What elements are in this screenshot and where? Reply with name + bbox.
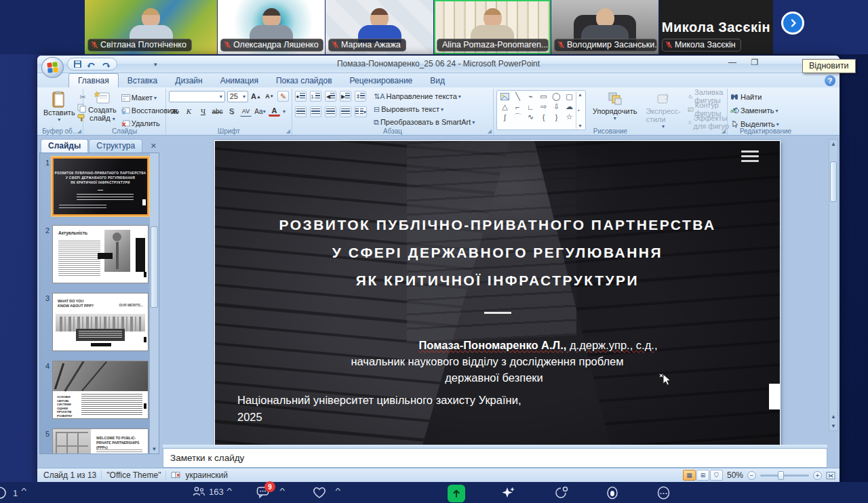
- shapes-gallery[interactable]: ╲⌁▭◯▢ △⌐∟⇨⇩☁ ʃ⌒∿{}☆ ▲ ▪ ▼: [496, 90, 586, 130]
- zoom-in-button[interactable]: +: [813, 471, 822, 480]
- text-direction-button[interactable]: ⇅A Направление текста▾: [374, 90, 475, 102]
- character-spacing-button[interactable]: AV: [240, 106, 252, 117]
- participant-video-4-active-speaker[interactable]: Alina Pomaza-Ponomaren...: [434, 0, 551, 54]
- normal-view-button[interactable]: ▦: [683, 470, 696, 481]
- arrange-button[interactable]: Упорядочить ▾: [591, 90, 639, 130]
- audio-button[interactable]: 1: [0, 486, 18, 500]
- slide-thumbnail-1[interactable]: 1 РОЗВИТОК ПУБЛІЧНО-ПРИВАТНОГО ПАРТНЕРСТ…: [43, 157, 149, 216]
- reactions-menu-caret[interactable]: ^: [336, 487, 341, 495]
- language-indicator[interactable]: украинский: [185, 470, 228, 480]
- replace-button[interactable]: ab Заменить▾: [730, 104, 801, 117]
- tab-review[interactable]: Рецензирование: [341, 74, 422, 87]
- font-color-button[interactable]: А: [269, 106, 280, 117]
- shapes-scroll-up[interactable]: ▲: [578, 92, 583, 97]
- tab-insert[interactable]: Вставка: [119, 74, 167, 87]
- audio-menu-caret[interactable]: ^: [22, 487, 27, 495]
- font-name-select[interactable]: ▾: [169, 91, 225, 102]
- numbering-button[interactable]: 1.: [310, 91, 321, 102]
- zoom-out-button[interactable]: −: [747, 471, 756, 480]
- tab-outline[interactable]: Структура: [89, 139, 142, 153]
- align-center-button[interactable]: [310, 106, 321, 117]
- chat-button[interactable]: 9: [256, 486, 270, 498]
- previous-slide-icon[interactable]: ▲: [829, 412, 837, 421]
- chat-menu-caret[interactable]: ^: [280, 487, 285, 495]
- strikethrough-button[interactable]: abc: [212, 106, 223, 117]
- dialog-launcher-icon[interactable]: ◢: [488, 128, 492, 134]
- paste-button[interactable]: Вставить ▾: [41, 90, 77, 123]
- convert-smartart-button[interactable]: ⧉ Преобразовать в SmartArt▾: [374, 116, 475, 128]
- help-icon[interactable]: ?: [825, 75, 835, 86]
- increase-indent-button[interactable]: ▶: [340, 91, 351, 102]
- scroll-up-icon[interactable]: ▲: [829, 140, 837, 148]
- bullets-button[interactable]: ●: [295, 91, 307, 102]
- slideshow-button[interactable]: ⛉: [710, 470, 723, 481]
- close-pane-icon[interactable]: ✕: [151, 142, 157, 150]
- align-left-button[interactable]: [295, 106, 307, 117]
- clear-formatting-button[interactable]: ✎: [277, 91, 289, 102]
- find-button[interactable]: Найти: [730, 91, 801, 103]
- fit-to-window-icon[interactable]: [826, 471, 835, 480]
- dialog-launcher-icon[interactable]: ◢: [722, 128, 726, 134]
- pane-scrollbar[interactable]: ▼: [150, 153, 159, 454]
- tab-home[interactable]: Главная: [68, 73, 119, 87]
- customize-qat-icon[interactable]: ▾: [154, 61, 157, 68]
- dialog-launcher-icon[interactable]: ◢: [286, 128, 290, 134]
- reactions-button[interactable]: [312, 486, 327, 499]
- grow-font-button[interactable]: А▲: [250, 91, 262, 102]
- zoom-slider-knob[interactable]: [778, 471, 784, 480]
- tab-slideshow[interactable]: Показ слайдов: [267, 74, 341, 87]
- participant-video-1[interactable]: Світлана Плотніченко: [85, 0, 217, 54]
- office-button[interactable]: [41, 57, 64, 78]
- change-case-button[interactable]: Аа▾: [254, 106, 266, 117]
- spell-check-icon[interactable]: [171, 471, 181, 480]
- shadow-button[interactable]: S: [226, 106, 237, 117]
- share-screen-button[interactable]: [448, 485, 465, 502]
- slide-sorter-button[interactable]: ⊞: [696, 470, 709, 481]
- next-page-arrow-button[interactable]: [781, 12, 804, 35]
- slide-thumbnail-4[interactable]: 4 ОСНОВНІ СВІТОВІ СИСТЕМИ ОЦІНКИ ПРОЄКТІ…: [43, 361, 149, 419]
- participants-menu-caret[interactable]: ^: [227, 487, 233, 495]
- shrink-font-button[interactable]: А▼: [264, 91, 275, 102]
- tab-slides-thumbnails[interactable]: Слайды: [41, 139, 88, 153]
- notes-panel[interactable]: Заметки к слайду: [163, 448, 827, 468]
- main-scrollbar-thumb[interactable]: [830, 161, 837, 202]
- restore-button[interactable]: ❐: [746, 58, 764, 68]
- title-bar[interactable]: ▾ Помаза-Пономаренко_25 06 24 - Microsof…: [37, 56, 840, 73]
- save-icon[interactable]: [73, 60, 82, 68]
- redo-icon[interactable]: [101, 60, 111, 68]
- captions-button[interactable]: [606, 486, 619, 500]
- font-size-select[interactable]: 25▾: [227, 91, 248, 102]
- align-text-button[interactable]: ⊟ Выровнять текст▾: [374, 103, 475, 115]
- participants-button[interactable]: 163: [192, 486, 224, 497]
- participant-video-2[interactable]: Олександра Ляшенко: [218, 0, 325, 54]
- justify-button[interactable]: [340, 106, 351, 117]
- line-spacing-button[interactable]: ⇕: [355, 91, 366, 102]
- align-right-button[interactable]: [325, 106, 336, 117]
- slide-thumbnail-2[interactable]: 2 Актуальність: [43, 225, 149, 283]
- tab-animation[interactable]: Анимация: [212, 74, 267, 87]
- participant-video-6[interactable]: Микола Засєкін Микола Засєкін: [659, 0, 773, 54]
- underline-button[interactable]: Ч: [197, 106, 209, 117]
- quick-styles-button[interactable]: Экспресс-стили ▾: [644, 90, 682, 130]
- dialog-launcher-icon[interactable]: ◢: [77, 128, 81, 134]
- columns-button[interactable]: ▾: [355, 106, 367, 117]
- more-button[interactable]: [656, 486, 671, 500]
- pane-scroll-down-icon[interactable]: ▼: [150, 445, 159, 454]
- italic-button[interactable]: К: [183, 106, 195, 117]
- decrease-indent-button[interactable]: ◀: [325, 91, 336, 102]
- slide-canvas[interactable]: РОЗВИТОК ПУБЛІЧНО-ПРИВАТНОГО ПАРТНЕРСТВА…: [215, 141, 780, 446]
- main-scrollbar[interactable]: ▲ ▲ ▼: [829, 139, 838, 431]
- participant-video-3[interactable]: Марина Ажажа: [326, 0, 433, 54]
- next-slide-icon[interactable]: ▼: [829, 422, 837, 430]
- zoom-slider[interactable]: [760, 475, 809, 477]
- minimize-button[interactable]: —: [724, 58, 741, 68]
- slide-thumbnail-5[interactable]: 5 WELCOME TO PUBLIC-PRIVATE PARTNERSHIPS…: [43, 428, 149, 454]
- record-button[interactable]: [555, 486, 570, 498]
- tab-view[interactable]: Вид: [421, 74, 454, 87]
- ai-companion-button[interactable]: [502, 486, 515, 500]
- bold-button[interactable]: Ж: [169, 106, 180, 117]
- tab-design[interactable]: Дизайн: [166, 74, 211, 87]
- pane-scrollbar-thumb[interactable]: [151, 226, 158, 308]
- undo-icon[interactable]: [86, 60, 97, 68]
- slide-thumbnail-3[interactable]: 3 WHAT DO YOU KNOW ABOUT PPP? OUR MERITS…: [43, 293, 149, 351]
